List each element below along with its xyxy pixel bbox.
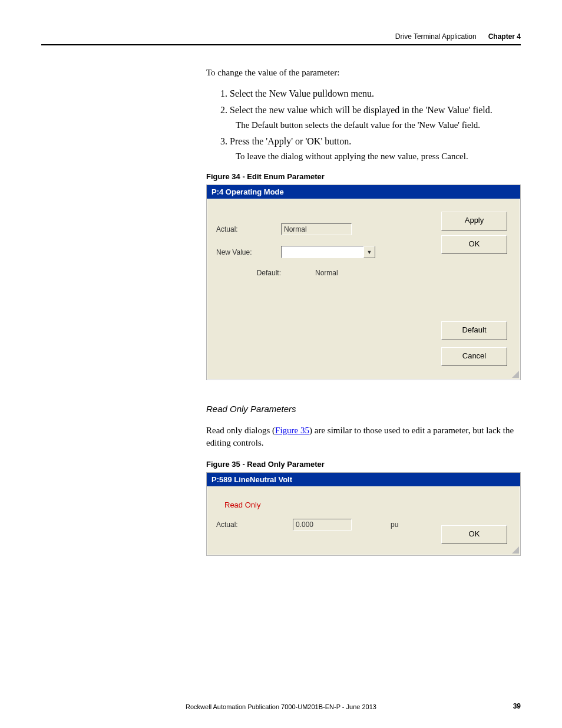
step-number: 3. [220,136,227,146]
step-2-sub: The Default button selects the default v… [236,120,521,130]
page-header: Drive Terminal Application Chapter 4 [41,32,521,45]
step-3: Press the 'Apply' or 'OK' button. [230,136,351,146]
read-only-label: Read Only [224,500,511,509]
resize-grip-icon[interactable] [511,545,519,554]
combo-field[interactable] [281,246,363,258]
steps-list: 1. Select the New Value pulldown menu. 2… [206,88,521,162]
resize-grip-icon[interactable] [511,370,519,378]
cancel-button[interactable]: Cancel [441,347,507,366]
actual-value: 0.000 [293,519,352,531]
ok-button[interactable]: OK [441,525,507,544]
step-3-sub: To leave the dialog without applying the… [236,151,521,162]
default-value: Normal [292,269,338,277]
figure-35-link[interactable]: Figure 35 [275,426,309,435]
apply-button[interactable]: Apply [441,212,507,230]
new-value-label: New Value: [216,248,281,256]
header-chapter: Chapter 4 [488,32,521,41]
footer-publication: Rockwell Automation Publication 7000-UM2… [0,703,562,710]
dialog-title: P:589 LineNeutral Volt [207,473,520,486]
step-number: 2. [220,105,227,115]
dialog-title: P:4 Operating Mode [207,185,520,199]
step-2: Select the new value which will be displ… [230,105,492,115]
edit-enum-dialog: P:4 Operating Mode Actual: Normal New Va… [206,185,521,380]
step-1: Select the New Value pulldown menu. [230,88,374,98]
read-only-paragraph: Read only dialogs (Figure 35) are simila… [206,424,521,449]
actual-value: Normal [281,223,352,235]
header-section: Drive Terminal Application [395,32,477,41]
chevron-down-icon[interactable]: ▼ [363,246,375,258]
default-label: Default: [216,269,292,277]
read-only-heading: Read Only Parameters [206,404,521,414]
intro-text: To change the value of the parameter: [206,68,521,78]
read-only-dialog: P:589 LineNeutral Volt Read Only Actual:… [206,472,521,556]
page-number: 39 [513,702,521,710]
figure-35-caption: Figure 35 - Read Only Parameter [206,460,521,469]
default-button[interactable]: Default [441,321,507,340]
step-number: 1. [220,88,227,98]
figure-34-caption: Figure 34 - Edit Enum Parameter [206,172,521,181]
unit-label: pu [391,521,398,529]
actual-label: Actual: [216,521,293,529]
new-value-combo[interactable]: ▼ [281,246,375,258]
ok-button[interactable]: OK [441,235,507,254]
actual-label: Actual: [216,225,281,233]
